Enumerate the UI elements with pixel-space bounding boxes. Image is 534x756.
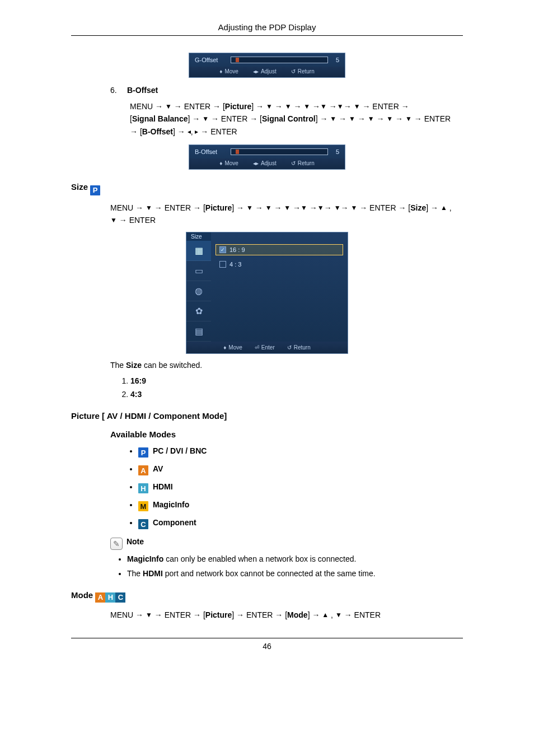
sidebar-setup-icon[interactable]: ▤: [186, 321, 211, 342]
b-offset-value: 5: [332, 148, 339, 155]
mode-heading: Mode AHC: [71, 590, 463, 601]
mode-item-component: C Component: [138, 517, 463, 528]
note-item: The HDMI port and network box cannot be …: [127, 569, 463, 578]
m-mode-icon: M: [138, 501, 148, 511]
header-rule: [71, 35, 463, 36]
page-number: 46: [71, 642, 463, 651]
mode-item-pc: P PC / DVI / BNC: [138, 446, 463, 456]
footer-adjust: ◂▸ Adjust: [253, 160, 277, 166]
footer-enter: ⏎ Enter: [255, 344, 275, 351]
list-item: 4:3: [130, 390, 463, 399]
slider-knob: [236, 58, 239, 62]
sidebar-screen-icon[interactable]: ▭: [186, 261, 211, 281]
note-icon: ✎: [110, 538, 123, 550]
mode-item-av: A AV: [138, 464, 463, 474]
b-offset-nav-path: MENU → ▼ → ENTER → [Picture] → ▼ → ▼ → ▼…: [130, 100, 463, 138]
mode-nav-path: MENU → ▼ → ENTER → [Picture] → ENTER → […: [110, 609, 463, 621]
footer-return: ↺ Return: [291, 160, 315, 166]
size-option-4-3[interactable]: 4 : 3: [216, 259, 343, 270]
h-mode-icon: H: [105, 592, 115, 603]
size-osd-menu: Size ▦ ▭ ◍ ✿ ▤ ✓ 16 : 9 4 : 3 ♦ Mo: [186, 232, 348, 354]
g-offset-label: G-Offset: [195, 57, 226, 63]
note-item: MagicInfo can only be enabled when a net…: [127, 554, 463, 563]
note-list: MagicInfo can only be enabled when a net…: [127, 554, 463, 578]
sidebar-circle-icon[interactable]: ◍: [186, 281, 211, 301]
picture-av-heading: Picture [ AV / HDMI / Component Mode]: [71, 411, 463, 421]
size-menu-tab: Size: [186, 232, 211, 241]
c-mode-icon: C: [115, 592, 125, 603]
size-options-ordered: 16:9 4:3: [130, 376, 463, 399]
size-options-list: ✓ 16 : 9 4 : 3: [211, 241, 348, 342]
footer-move: ♦ Move: [223, 344, 242, 351]
sidebar-picture-icon[interactable]: ▦: [186, 241, 211, 261]
b-offset-slider[interactable]: [231, 148, 328, 155]
h-mode-icon: H: [138, 483, 148, 493]
size-option-16-9[interactable]: ✓ 16 : 9: [216, 244, 343, 255]
available-modes-list: P PC / DVI / BNC A AV H HDMI M MagicInfo…: [138, 446, 463, 528]
footer-adjust: ◂▸ Adjust: [253, 68, 277, 74]
check-icon: ✓: [219, 246, 226, 253]
footer-rule: [71, 638, 463, 638]
check-icon: [219, 261, 226, 268]
slider-knob: [236, 150, 239, 154]
size-nav-path: MENU → ▼ → ENTER → [Picture] → ▼ → ▼ → ▼…: [110, 202, 463, 227]
mode-item-magicinfo: M MagicInfo: [138, 500, 463, 510]
size-menu-sidebar: ▦ ▭ ◍ ✿ ▤: [186, 241, 211, 342]
footer-move: ♦ Move: [219, 160, 238, 166]
g-offset-osd-panel: G-Offset 5 ♦ Move ◂▸ Adjust ↺ Return: [189, 53, 345, 78]
p-mode-icon: P: [138, 447, 148, 458]
footer-return: ↺ Return: [287, 344, 311, 351]
sidebar-gear-icon[interactable]: ✿: [186, 301, 211, 321]
page-header-title: Adjusting the PDP Display: [71, 22, 463, 32]
available-modes-heading: Available Modes: [110, 430, 463, 439]
size-body-text: The Size can be switched.: [110, 361, 463, 370]
b-offset-heading: 6. B-Offset: [110, 86, 463, 95]
g-offset-value: 5: [332, 57, 339, 63]
footer-move: ♦ Move: [219, 68, 238, 74]
b-offset-label: B-Offset: [195, 148, 226, 155]
mode-item-hdmi: H HDMI: [138, 482, 463, 492]
g-offset-slider[interactable]: [231, 57, 328, 63]
b-offset-osd-panel: B-Offset 5 ♦ Move ◂▸ Adjust ↺ Return: [189, 144, 345, 170]
note-heading: ✎ Note: [110, 535, 463, 548]
c-mode-icon: C: [138, 519, 148, 529]
a-mode-icon: A: [138, 465, 148, 475]
size-heading: Size P: [71, 182, 463, 194]
p-mode-icon: P: [90, 185, 100, 195]
list-item: 16:9: [130, 376, 463, 385]
a-mode-icon: A: [95, 592, 105, 603]
footer-return: ↺ Return: [291, 68, 315, 74]
